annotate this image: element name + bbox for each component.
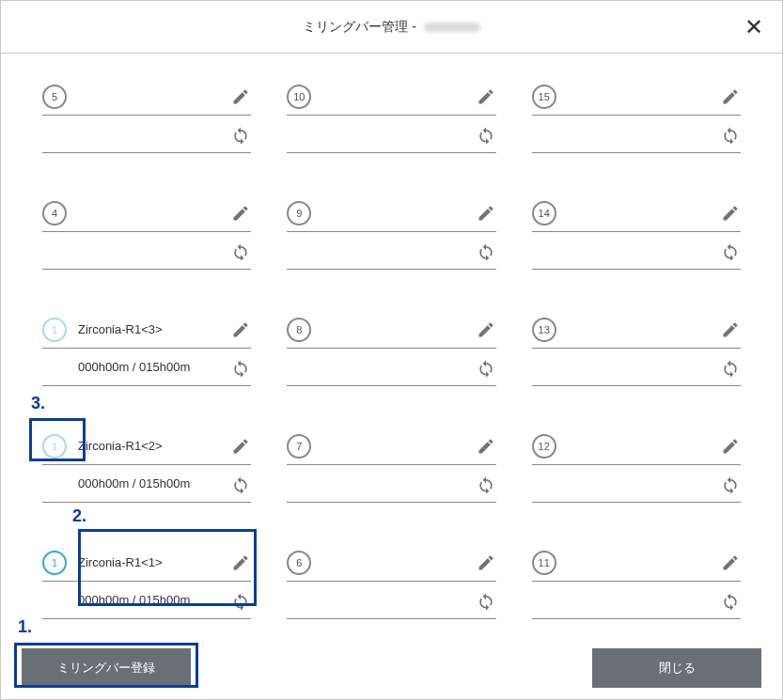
- pencil-icon: [721, 320, 740, 339]
- slot: 14: [532, 194, 741, 270]
- slot-number-badge: 1: [42, 434, 67, 459]
- slot-top-row: 1Zirconia-R1<1>: [42, 544, 251, 582]
- edit-button[interactable]: [476, 436, 496, 457]
- slot: 5: [42, 78, 251, 153]
- pencil-icon: [231, 87, 250, 106]
- refresh-icon: [721, 591, 740, 610]
- slot: 13: [532, 311, 741, 386]
- refresh-button[interactable]: [230, 357, 251, 378]
- refresh-icon: [721, 474, 740, 493]
- slot: 1Zirconia-R1<2>000h00m / 015h00m: [42, 428, 251, 503]
- slot-number-badge: 8: [287, 318, 311, 342]
- pencil-icon: [231, 553, 250, 572]
- refresh-button[interactable]: [476, 357, 496, 378]
- slot-top-row: 12: [532, 428, 741, 465]
- refresh-button[interactable]: [476, 474, 496, 494]
- title-redacted: [424, 23, 480, 32]
- refresh-icon: [231, 474, 250, 493]
- slot-top-row: 5: [42, 78, 251, 116]
- edit-button[interactable]: [230, 552, 251, 573]
- edit-button[interactable]: [720, 319, 741, 340]
- edit-button[interactable]: [720, 86, 741, 107]
- slot-grid: 5101549141Zirconia-R1<3>000h00m / 015h00…: [1, 54, 782, 619]
- slot: 6: [287, 544, 495, 619]
- edit-button[interactable]: [476, 86, 496, 107]
- refresh-button[interactable]: [720, 357, 741, 378]
- close-button[interactable]: 閉じる: [592, 648, 761, 688]
- pencil-icon: [477, 87, 495, 106]
- pencil-icon: [231, 320, 250, 339]
- slot: 8: [287, 311, 495, 386]
- pencil-icon: [231, 437, 250, 456]
- slot-number-badge: 1: [42, 318, 67, 342]
- refresh-button[interactable]: [720, 474, 741, 494]
- slot-top-row: 7: [287, 428, 495, 465]
- edit-button[interactable]: [476, 203, 496, 224]
- refresh-icon: [721, 358, 740, 377]
- refresh-button[interactable]: [230, 474, 251, 494]
- annotation-label-1: 1.: [18, 617, 32, 637]
- slot-label: Zirconia-R1<1>: [78, 555, 230, 569]
- register-button[interactable]: ミリングバー登録: [22, 648, 191, 688]
- slot-top-row: 4: [42, 194, 251, 232]
- refresh-icon: [477, 591, 495, 610]
- slot-time: 000h00m / 015h00m: [42, 476, 230, 490]
- pencil-icon: [721, 437, 740, 456]
- refresh-button[interactable]: [230, 590, 251, 611]
- slot-number-badge: 12: [532, 434, 556, 459]
- refresh-button[interactable]: [230, 241, 251, 261]
- slot-number-badge: 6: [287, 551, 311, 575]
- refresh-button[interactable]: [476, 241, 496, 261]
- edit-button[interactable]: [476, 552, 496, 573]
- slot-top-row: 10: [287, 78, 495, 116]
- refresh-button[interactable]: [720, 241, 741, 261]
- slot-bottom-row: [287, 582, 495, 619]
- slot-bottom-row: [532, 349, 741, 386]
- slot-bottom-row: [532, 116, 741, 153]
- title-prefix: ミリングバー管理 -: [303, 19, 419, 34]
- slot-bottom-row: 000h00m / 015h00m: [42, 465, 251, 503]
- slot-top-row: 1Zirconia-R1<2>: [42, 428, 251, 465]
- slot-number-badge: 1: [42, 551, 67, 575]
- slot-bottom-row: [532, 465, 741, 503]
- edit-button[interactable]: [720, 436, 741, 457]
- refresh-icon: [231, 241, 250, 260]
- slot-bottom-row: [287, 232, 495, 270]
- refresh-icon: [231, 358, 250, 377]
- pencil-icon: [721, 204, 740, 223]
- close-icon[interactable]: ✕: [744, 16, 763, 39]
- slot-bottom-row: [287, 349, 495, 386]
- edit-button[interactable]: [230, 86, 251, 107]
- refresh-button[interactable]: [476, 590, 496, 611]
- edit-button[interactable]: [476, 319, 496, 340]
- slot: 1Zirconia-R1<3>000h00m / 015h00m: [42, 311, 251, 386]
- refresh-icon: [477, 241, 495, 260]
- edit-button[interactable]: [230, 319, 251, 340]
- refresh-icon: [477, 474, 495, 493]
- refresh-icon: [231, 125, 250, 144]
- refresh-button[interactable]: [720, 124, 741, 145]
- edit-button[interactable]: [230, 203, 251, 224]
- slot: 11: [532, 544, 741, 619]
- dialog-footer: ミリングバー登録 閉じる: [1, 637, 782, 699]
- edit-button[interactable]: [720, 552, 741, 573]
- refresh-icon: [477, 358, 495, 377]
- slot-number-badge: 9: [287, 201, 311, 226]
- slot-number-badge: 15: [532, 85, 556, 109]
- slot-number-badge: 10: [287, 85, 311, 109]
- slot-bottom-row: [42, 232, 251, 270]
- slot-top-row: 9: [287, 194, 495, 232]
- edit-button[interactable]: [230, 436, 251, 457]
- refresh-button[interactable]: [720, 590, 741, 611]
- slot: 9: [287, 194, 495, 270]
- slot-number-badge: 14: [532, 201, 556, 226]
- pencil-icon: [477, 204, 495, 223]
- pencil-icon: [721, 87, 740, 106]
- slot: 12: [532, 428, 741, 503]
- edit-button[interactable]: [720, 203, 741, 224]
- pencil-icon: [477, 553, 495, 572]
- slot-top-row: 15: [532, 78, 741, 116]
- refresh-button[interactable]: [230, 124, 251, 145]
- refresh-icon: [477, 125, 495, 144]
- refresh-button[interactable]: [476, 124, 496, 145]
